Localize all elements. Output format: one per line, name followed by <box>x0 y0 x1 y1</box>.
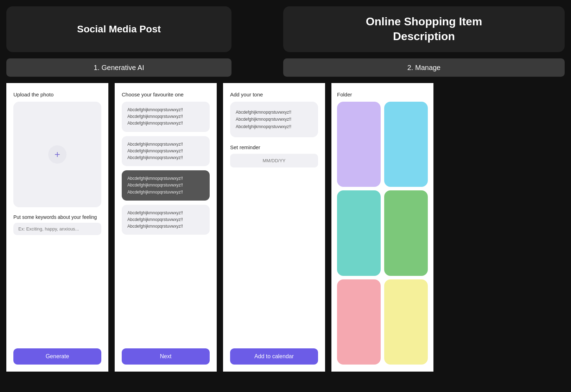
panel-choose: Choose your favourite one Abcdefghijkmno… <box>115 83 217 372</box>
left-header-title: Social Media Post <box>77 23 161 36</box>
folder-grid <box>337 102 428 365</box>
steps-row: 1. Generative AI 2. Manage <box>0 58 571 77</box>
choice-card-3[interactable]: Abcdefghijkmnopqrstuvwxyz!! Abcdefghijkm… <box>122 170 210 201</box>
add-photo-button[interactable]: + <box>48 145 66 164</box>
panel-folder: Folder <box>331 83 433 372</box>
folder-tile-green[interactable] <box>384 190 428 276</box>
divider-3 <box>325 83 331 372</box>
folder-tile-purple[interactable] <box>337 102 381 187</box>
choice-list: Abcdefghijkmnopqrstuvwxyz!! Abcdefghijkm… <box>122 102 210 343</box>
keywords-label: Put some keywords about your feeling <box>13 214 101 220</box>
panel-upload: Upload the photo + Put some keywords abo… <box>6 83 108 372</box>
header-row: Social Media Post Online Shopping ItemDe… <box>0 0 571 58</box>
upload-area[interactable]: + <box>13 102 101 207</box>
folder-tile-blue[interactable] <box>384 102 428 187</box>
tone-area[interactable]: Abcdefghijkmnopqrstuvwxyz!! Abcdefghijkm… <box>230 102 318 137</box>
upload-label: Upload the photo <box>13 91 101 97</box>
panel-tone: Add your tone Abcdefghijkmnopqrstuvwxyz!… <box>223 83 325 372</box>
generate-button[interactable]: Generate <box>13 348 101 365</box>
folder-tile-yellow[interactable] <box>384 279 428 365</box>
step-label-manage: 2. Manage <box>283 58 565 77</box>
add-to-calendar-button[interactable]: Add to calendar <box>230 348 318 365</box>
next-button[interactable]: Next <box>122 348 210 365</box>
folder-tile-teal[interactable] <box>337 190 381 276</box>
divider-1 <box>108 83 115 372</box>
date-input[interactable] <box>230 154 318 167</box>
main-area: Upload the photo + Put some keywords abo… <box>0 77 571 372</box>
right-header-card: Online Shopping ItemDescription <box>283 6 565 52</box>
tone-label: Add your tone <box>230 91 318 97</box>
choice-card-4[interactable]: Abcdefghijkmnopqrstuvwxyz!! Abcdefghijkm… <box>122 205 210 235</box>
right-header-title: Online Shopping ItemDescription <box>366 14 482 44</box>
keywords-input[interactable] <box>13 223 101 235</box>
folder-label: Folder <box>337 91 428 97</box>
divider-2 <box>217 83 223 372</box>
folder-tile-pink[interactable] <box>337 279 381 365</box>
choice-card-2[interactable]: Abcdefghijkmnopqrstuvwxyz!! Abcdefghijkm… <box>122 136 210 166</box>
reminder-label: Set reminder <box>230 144 318 150</box>
tone-text: Abcdefghijkmnopqrstuvwxyz!! Abcdefghijkm… <box>236 110 291 129</box>
left-header-card: Social Media Post <box>6 6 231 52</box>
choose-label: Choose your favourite one <box>122 91 210 97</box>
choice-card-1[interactable]: Abcdefghijkmnopqrstuvwxyz!! Abcdefghijkm… <box>122 102 210 132</box>
step-label-generative-ai: 1. Generative AI <box>6 58 231 77</box>
